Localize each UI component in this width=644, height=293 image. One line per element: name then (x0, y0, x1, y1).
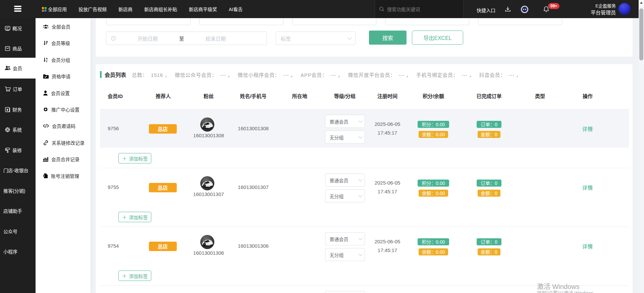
svg-text:A: A (46, 57, 48, 60)
svg-text:Z: Z (46, 60, 48, 62)
